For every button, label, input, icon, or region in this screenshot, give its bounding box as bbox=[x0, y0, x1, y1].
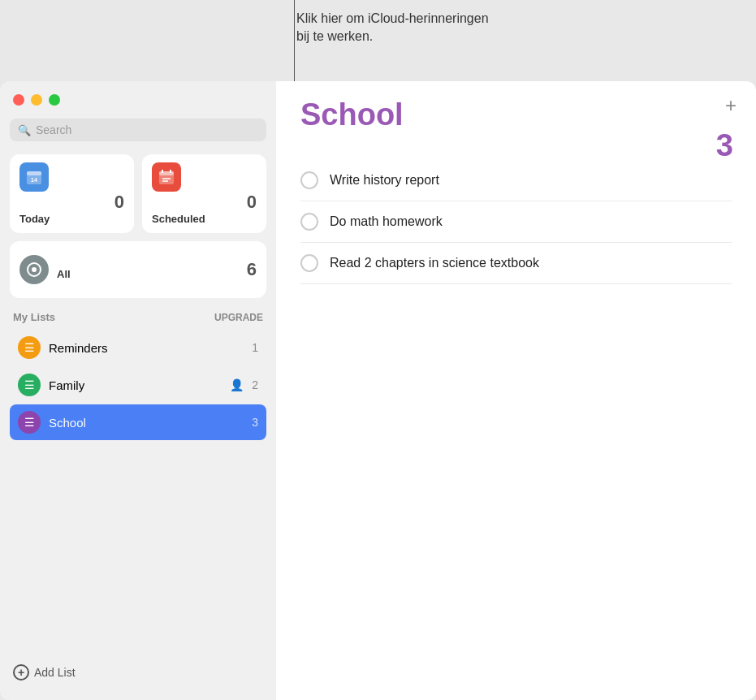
family-icon: ☰ bbox=[18, 374, 41, 396]
add-task-button[interactable]: + bbox=[725, 96, 737, 115]
search-placeholder: Search bbox=[36, 123, 71, 136]
main-content: + School 3 Write history report Do math … bbox=[276, 81, 756, 700]
task-checkbox-2[interactable] bbox=[300, 213, 318, 231]
task-checkbox-1[interactable] bbox=[300, 171, 318, 189]
sidebar-item-reminders[interactable]: ☰ Reminders 1 bbox=[10, 330, 266, 365]
today-count: 0 bbox=[19, 192, 124, 213]
upgrade-button[interactable]: UPGRADE bbox=[214, 312, 263, 323]
svg-rect-1 bbox=[27, 171, 41, 175]
family-name: Family bbox=[49, 378, 222, 392]
scheduled-label: Scheduled bbox=[152, 213, 257, 225]
tasks-list: Write history report Do math homework Re… bbox=[300, 160, 732, 284]
today-label: Today bbox=[19, 213, 124, 225]
page-title: School bbox=[300, 97, 732, 132]
smart-lists: 14 0 Today 0 bbox=[10, 154, 266, 298]
task-label-2: Do math homework bbox=[330, 214, 443, 229]
all-label: All bbox=[57, 268, 71, 280]
traffic-lights bbox=[10, 94, 266, 106]
all-icon bbox=[19, 255, 49, 284]
add-list-button[interactable]: + Add List bbox=[10, 658, 266, 687]
smart-list-today[interactable]: 14 0 Today bbox=[10, 154, 134, 233]
shared-icon: 👤 bbox=[230, 378, 244, 391]
close-button[interactable] bbox=[13, 94, 24, 106]
search-icon: 🔍 bbox=[18, 124, 31, 136]
main-count: 3 bbox=[716, 128, 733, 163]
task-item[interactable]: Write history report bbox=[300, 160, 732, 201]
today-icon: 14 bbox=[19, 162, 49, 192]
task-item[interactable]: Do math homework bbox=[300, 201, 732, 243]
school-count: 3 bbox=[252, 416, 258, 429]
sidebar-item-family[interactable]: ☰ Family 👤 2 bbox=[10, 367, 266, 403]
task-checkbox-3[interactable] bbox=[300, 254, 318, 272]
svg-text:14: 14 bbox=[31, 177, 37, 183]
svg-point-10 bbox=[32, 267, 37, 272]
app-window: 🔍 Search 14 0 Today bbox=[0, 81, 756, 700]
school-name: School bbox=[49, 416, 244, 430]
school-icon: ☰ bbox=[18, 411, 41, 434]
my-lists-label: My Lists bbox=[13, 311, 55, 323]
svg-rect-4 bbox=[159, 171, 174, 175]
search-bar[interactable]: 🔍 Search bbox=[10, 119, 266, 141]
sidebar-item-school[interactable]: ☰ School 3 bbox=[10, 404, 266, 440]
reminders-name: Reminders bbox=[49, 341, 244, 355]
tooltip-area: Klik hier om iCloud-herinneringenbij te … bbox=[0, 0, 756, 81]
add-list-icon: + bbox=[13, 664, 29, 681]
maximize-button[interactable] bbox=[49, 94, 60, 106]
reminders-icon: ☰ bbox=[18, 336, 41, 359]
scheduled-count: 0 bbox=[152, 192, 257, 213]
task-label-3: Read 2 chapters in science textbook bbox=[330, 256, 539, 270]
task-item[interactable]: Read 2 chapters in science textbook bbox=[300, 243, 732, 284]
my-lists-header: My Lists UPGRADE bbox=[10, 311, 266, 323]
scheduled-icon bbox=[152, 162, 181, 192]
family-count: 2 bbox=[252, 378, 258, 391]
add-list-label: Add List bbox=[34, 666, 76, 679]
all-count: 6 bbox=[247, 259, 257, 280]
sidebar: 🔍 Search 14 0 Today bbox=[0, 81, 276, 700]
smart-list-scheduled[interactable]: 0 Scheduled bbox=[142, 154, 266, 233]
all-label-count: All 6 bbox=[57, 259, 257, 280]
reminders-count: 1 bbox=[252, 341, 258, 354]
task-label-1: Write history report bbox=[330, 173, 439, 188]
smart-list-all[interactable]: All 6 bbox=[10, 241, 266, 298]
tooltip-text: Klik hier om iCloud-herinneringenbij te … bbox=[296, 10, 489, 46]
minimize-button[interactable] bbox=[31, 94, 42, 106]
